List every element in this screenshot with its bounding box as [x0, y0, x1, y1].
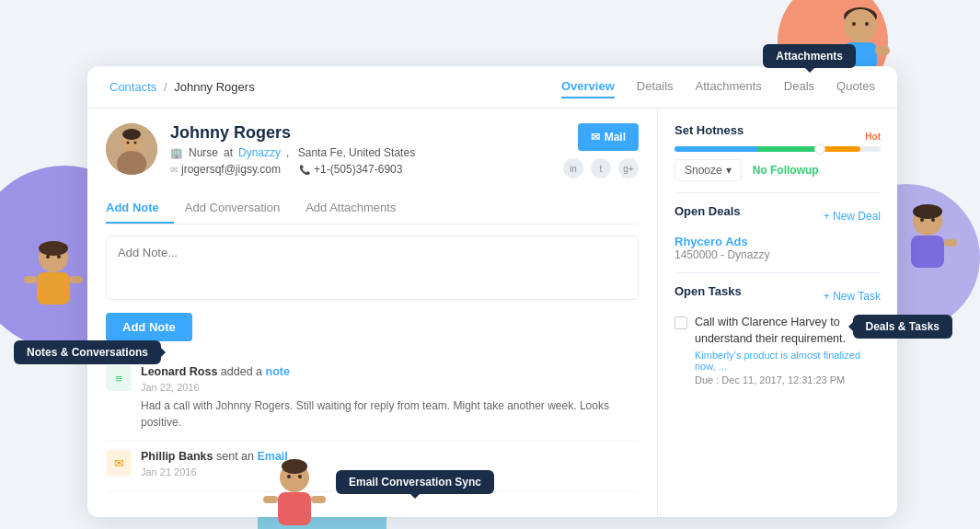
breadcrumb-current: Johnny Rogers [174, 80, 254, 94]
breadcrumb: Contacts / Johnny Rogers [110, 80, 255, 94]
task-desc: Kimberly's product is almost finalized n… [695, 350, 881, 372]
breadcrumb-contacts[interactable]: Contacts [110, 80, 156, 94]
task-due: Due : Dec 11, 2017, 12:31:23 PM [695, 374, 881, 385]
svg-point-15 [913, 204, 942, 219]
tab-overview[interactable]: Overview [561, 75, 615, 98]
contact-details: Johnny Rogers 🏢 Nurse at Dynazzy , Santa… [170, 123, 639, 178]
tab-add-attachments[interactable]: Add Attachments [306, 193, 410, 224]
figure-left [18, 239, 87, 344]
svg-rect-12 [24, 276, 37, 283]
svg-rect-13 [70, 276, 83, 283]
hotness-actions: Snooze ▾ No Followup [674, 159, 881, 181]
feed-email-action: sent an [216, 450, 257, 463]
note-textarea[interactable] [106, 236, 639, 300]
add-note-button[interactable]: Add Note [106, 313, 192, 341]
contact-phone: +1-(505)347-6903 [314, 163, 402, 176]
mail-icon: ✉ [591, 131, 600, 144]
avatar [106, 123, 157, 175]
svg-rect-25 [263, 496, 278, 503]
tab-quotes[interactable]: Quotes [836, 75, 875, 98]
task-checkbox[interactable] [674, 316, 687, 329]
svg-point-8 [39, 241, 68, 256]
contact-email[interactable]: jrogersqf@jigsy.com [181, 163, 281, 176]
tab-attachments[interactable]: Attachments [696, 75, 762, 98]
svg-point-31 [134, 142, 137, 144]
hotness-title: Set Hotness [674, 123, 881, 137]
snooze-chevron: ▾ [726, 164, 732, 177]
social-icons: in t g+ [563, 158, 639, 178]
svg-point-29 [122, 129, 141, 140]
contact-phone-wrap: 📞 +1-(505)347-6903 [299, 163, 402, 176]
deal-sub: 1450000 - Dynazzy [674, 248, 881, 261]
svg-rect-19 [944, 239, 957, 247]
briefcase-icon: 🏢 [170, 147, 183, 159]
googleplus-icon[interactable]: g+ [618, 158, 639, 178]
hotness-section: Set Hotness Hot Snooze ▾ No Follo [674, 123, 881, 181]
hotness-bar[interactable] [674, 146, 881, 152]
card-header: Contacts / Johnny Rogers Overview Detail… [87, 66, 897, 109]
snooze-button[interactable]: Snooze ▾ [674, 159, 742, 181]
feed-note-type: note [266, 365, 290, 378]
linkedin-icon[interactable]: in [563, 158, 583, 178]
nav-tabs: Overview Details Attachments Deals Quote… [561, 75, 875, 98]
contact-company[interactable]: Dynazzy [238, 146, 281, 159]
tab-deals[interactable]: Deals [784, 75, 814, 98]
svg-point-23 [298, 475, 302, 478]
hotness-fill-blue [674, 146, 757, 152]
tasks-section-header: Open Tasks + New Task [674, 284, 881, 307]
hotness-label: Hot [865, 132, 881, 142]
tab-details[interactable]: Details [637, 75, 674, 98]
contact-info: Johnny Rogers 🏢 Nurse at Dynazzy , Santa… [106, 123, 639, 178]
figure-bottom [258, 452, 331, 529]
feed-email-title: Phillip Banks sent an Email [141, 450, 639, 463]
divider-hotness [674, 192, 881, 193]
feed-note-text: Had a call with Johnny Rogers. Still wai… [141, 397, 639, 431]
svg-rect-24 [278, 492, 311, 525]
new-task-link[interactable]: + New Task [824, 290, 881, 303]
svg-point-21 [282, 459, 307, 474]
mail-button[interactable]: ✉ Mail [578, 123, 639, 151]
feed-email-icon: ✉ [106, 450, 132, 476]
new-deal-link[interactable]: + New Deal [824, 210, 881, 223]
deals-section-header: Open Deals + New Deal [674, 204, 881, 227]
contact-email-wrap: ✉ jrogersqf@jigsy.com [170, 163, 281, 176]
deal-name[interactable]: Rhycero Ads [674, 235, 881, 248]
contact-meta: 🏢 Nurse at Dynazzy , Santa Fe, United St… [170, 146, 415, 159]
tab-add-note[interactable]: Add Note [106, 193, 174, 224]
card-body: Johnny Rogers 🏢 Nurse at Dynazzy , Santa… [87, 109, 897, 517]
feed-note-title: Leonard Ross added a note [141, 365, 639, 378]
envelope-icon: ✉ [170, 165, 178, 175]
svg-point-3 [865, 22, 869, 26]
svg-point-17 [931, 218, 935, 222]
hotness-marker[interactable] [814, 144, 825, 155]
main-card: Contacts / Johnny Rogers Overview Detail… [87, 66, 897, 517]
left-panel: Johnny Rogers 🏢 Nurse at Dynazzy , Santa… [87, 109, 658, 517]
feed-note-content: Leonard Ross added a note Jan 22, 2016 H… [141, 365, 639, 431]
tasks-title: Open Tasks [674, 284, 742, 298]
deal-item: Rhycero Ads 1450000 - Dynazzy [674, 235, 881, 261]
open-deals-section: Open Deals + New Deal Rhycero Ads 145000… [674, 204, 881, 261]
contact-title: Nurse [189, 146, 218, 159]
svg-point-2 [852, 22, 856, 26]
svg-point-10 [57, 255, 61, 259]
tab-add-conversation[interactable]: Add Conversation [185, 193, 294, 224]
hotness-bar-wrap: Hot [674, 146, 881, 152]
twitter-icon[interactable]: t [591, 158, 611, 178]
feed-note-action: added a [221, 365, 266, 378]
svg-point-30 [127, 142, 130, 144]
no-followup-label: No Followup [753, 164, 819, 177]
figure-right [893, 202, 962, 307]
svg-rect-11 [37, 272, 70, 305]
badge-email-sync: Email Conversation Sync [336, 470, 494, 494]
feed-item-note: ≡ Leonard Ross added a note Jan 22, 2016… [106, 356, 639, 441]
badge-deals-tasks: Deals & Tasks [853, 315, 953, 339]
svg-point-1 [844, 9, 877, 42]
svg-rect-26 [311, 496, 326, 503]
phone-icon: 📞 [299, 165, 310, 175]
right-panel: Set Hotness Hot Snooze ▾ No Follo [658, 109, 897, 517]
svg-point-9 [46, 255, 50, 259]
badge-notes-conversations: Notes & Conversations [14, 340, 161, 364]
open-tasks-section: Open Tasks + New Task Call with Clarence… [674, 284, 881, 385]
deals-title: Open Deals [674, 204, 741, 218]
contact-name: Johnny Rogers [170, 123, 415, 143]
